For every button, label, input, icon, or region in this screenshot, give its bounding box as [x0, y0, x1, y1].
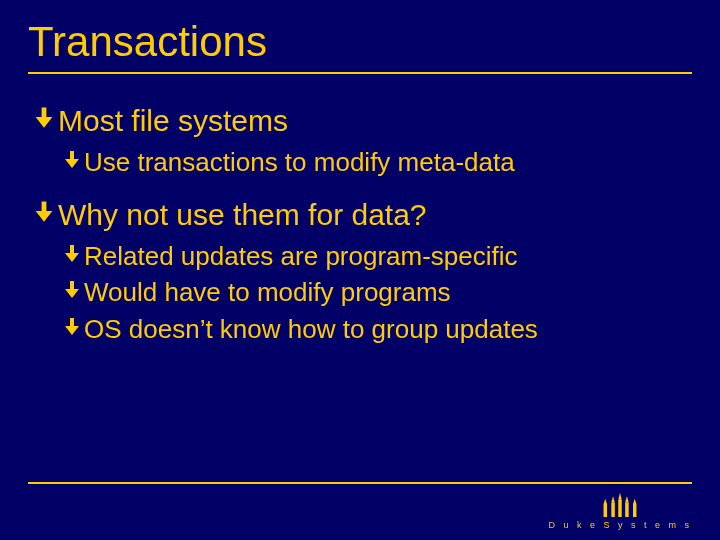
bullet-text: Most file systems	[58, 102, 288, 140]
footer-brand-text: D u k e S y s t e m s	[548, 520, 692, 530]
bullet-text: OS doesn’t know how to group updates	[84, 313, 538, 346]
arrow-down-icon	[62, 240, 82, 266]
arrow-down-icon	[62, 313, 82, 339]
svg-rect-6	[625, 502, 628, 517]
svg-marker-3	[612, 496, 615, 502]
slide-title: Transactions	[28, 18, 692, 66]
duke-chapel-icon	[597, 491, 643, 517]
svg-marker-5	[619, 493, 622, 500]
footer-logo: D u k e S y s t e m s	[548, 491, 692, 530]
bullet-level2: Would have to modify programs	[62, 276, 692, 309]
bullet-text: Related updates are program-specific	[84, 240, 518, 273]
title-underline	[28, 72, 692, 74]
svg-rect-2	[612, 502, 615, 517]
svg-marker-1	[604, 499, 607, 504]
bullet-level1: Most file systems	[32, 102, 692, 140]
arrow-down-icon	[32, 196, 56, 226]
slide: Transactions Most file systems Use trans…	[0, 0, 720, 540]
bullet-level1: Why not use them for data?	[32, 196, 692, 234]
svg-rect-8	[633, 504, 636, 517]
svg-rect-0	[604, 504, 607, 517]
svg-marker-9	[633, 499, 636, 504]
bullet-level2: Use transactions to modify meta-data	[62, 146, 692, 179]
arrow-down-icon	[62, 146, 82, 172]
slide-content: Most file systems Use transactions to mo…	[28, 102, 692, 345]
bullet-level2: Related updates are program-specific	[62, 240, 692, 273]
bullet-level2: OS doesn’t know how to group updates	[62, 313, 692, 346]
arrow-down-icon	[62, 276, 82, 302]
bullet-text: Use transactions to modify meta-data	[84, 146, 515, 179]
bullet-text: Would have to modify programs	[84, 276, 451, 309]
footer-divider	[28, 482, 692, 484]
svg-rect-4	[619, 500, 622, 517]
svg-marker-7	[625, 496, 628, 502]
bullet-text: Why not use them for data?	[58, 196, 427, 234]
spacer	[32, 182, 692, 196]
arrow-down-icon	[32, 102, 56, 132]
